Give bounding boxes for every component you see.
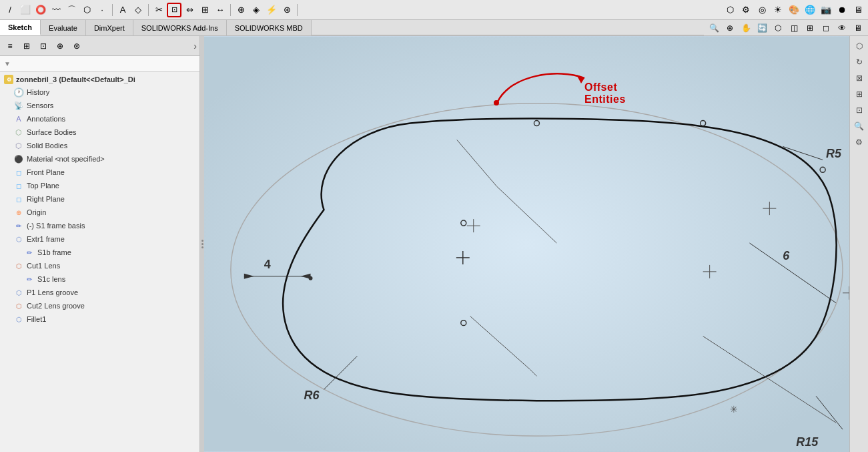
resize-dot bbox=[201, 240, 203, 242]
settings-icon-r[interactable]: ⚙ bbox=[852, 135, 867, 150]
tab-dimxpert[interactable]: DimXpert bbox=[86, 20, 133, 35]
view-3d-icon[interactable]: ⬡ bbox=[723, 3, 737, 17]
rotate-icon-tab[interactable]: 🔄 bbox=[755, 21, 769, 35]
config-manager-icon[interactable]: ⊡ bbox=[36, 39, 51, 53]
monitor-icon[interactable]: 🖥 bbox=[851, 3, 865, 17]
toolbar-sep-2 bbox=[148, 4, 149, 16]
display-sketch-icon[interactable]: ◈ bbox=[249, 3, 264, 17]
display-style-icon[interactable]: ◎ bbox=[755, 3, 769, 17]
tree-item-right-plane[interactable]: ◻ Right Plane bbox=[0, 192, 199, 206]
section-view-icon[interactable]: ◫ bbox=[787, 21, 801, 35]
tab-evaluate[interactable]: Evaluate bbox=[41, 20, 86, 35]
solid-bodies-icon: ⬡ bbox=[13, 140, 24, 151]
dim-expert-icon[interactable]: ⊕ bbox=[53, 39, 67, 53]
search-icon-tab[interactable]: 🔍 bbox=[707, 21, 721, 35]
display-manager-icon[interactable]: ⊛ bbox=[69, 39, 84, 53]
tree-root-item[interactable]: ⚙ zonnebril_3 (Default<<Default>_Di bbox=[0, 73, 199, 85]
property-manager-icon[interactable]: ⊞ bbox=[19, 39, 34, 53]
svg-point-37 bbox=[494, 100, 499, 105]
toolbar-group-text: A ◇ bbox=[115, 3, 145, 17]
point-tool-icon[interactable]: · bbox=[95, 3, 109, 17]
feature-tree: ⚙ zonnebril_3 (Default<<Default>_Di 🕐 Hi… bbox=[0, 72, 199, 452]
tree-item-surface-bodies[interactable]: ⬡ Surface Bodies bbox=[0, 126, 199, 139]
search-bar: ▼ bbox=[0, 56, 199, 72]
appearance-icon[interactable]: 🎨 bbox=[787, 3, 801, 17]
tree-item-solid-label: Solid Bodies bbox=[27, 142, 67, 150]
tree-item-annotations[interactable]: A Annotations bbox=[0, 112, 199, 126]
lighting-icon[interactable]: ☀ bbox=[771, 3, 785, 17]
tree-item-top-plane[interactable]: ◻ Top Plane bbox=[0, 179, 199, 192]
tree-item-s1b-frame[interactable]: ✏ S1b frame bbox=[0, 246, 199, 259]
camera-icon[interactable]: 📷 bbox=[819, 3, 833, 17]
tree-item-history-label: History bbox=[27, 88, 49, 96]
zoom-icon-tab[interactable]: ⊕ bbox=[723, 21, 737, 35]
toolbar-group-constraints: ⊕ ◈ ⚡ ⊛ bbox=[234, 3, 294, 17]
zoom-to-fit-icon[interactable]: ⊞ bbox=[852, 87, 867, 101]
tree-item-s1-frame-label: (-) S1 frame basis bbox=[27, 222, 85, 230]
toolbar-sep-1 bbox=[112, 4, 113, 16]
search-input[interactable] bbox=[13, 60, 195, 68]
tree-item-s1-frame[interactable]: ✏ (-) S1 frame basis bbox=[0, 219, 199, 232]
toolbar-sep-3 bbox=[230, 4, 231, 16]
fillet1-icon: ⬡ bbox=[13, 314, 24, 324]
offset-entities-icon highlighted-icon[interactable]: ⊡ bbox=[167, 3, 181, 17]
tree-item-material-label: Material <not specified> bbox=[27, 155, 105, 163]
origin-icon: ⊕ bbox=[13, 207, 24, 218]
mirror-icon[interactable]: ⇔ bbox=[182, 3, 197, 17]
line-tool-icon[interactable]: / bbox=[3, 3, 17, 17]
move-icon[interactable]: ↔ bbox=[213, 3, 228, 17]
magnify-icon[interactable]: 🔍 bbox=[852, 119, 867, 134]
linear-pattern-icon[interactable]: ⊞ bbox=[197, 3, 212, 17]
sketch-xpert-icon[interactable]: ⊛ bbox=[280, 3, 294, 17]
extr1-frame-icon: ⬡ bbox=[13, 234, 24, 244]
tab-sketch[interactable]: Sketch bbox=[0, 20, 41, 35]
canvas-area[interactable]: R5 R6 R15 4 6 bbox=[204, 36, 849, 452]
view-cube-icon[interactable]: ⬡ bbox=[852, 39, 867, 53]
right-plane-icon: ◻ bbox=[13, 194, 24, 204]
dim-tool-icon[interactable]: ◇ bbox=[131, 3, 145, 17]
feature-tree-icon[interactable]: ≡ bbox=[3, 39, 17, 53]
panel-expand-icon[interactable]: › bbox=[193, 41, 197, 51]
add-relation-icon[interactable]: ⊕ bbox=[234, 3, 248, 17]
hide-show-icon[interactable]: 👁 bbox=[835, 21, 849, 35]
tree-item-material[interactable]: ⚫ Material <not specified> bbox=[0, 152, 199, 166]
tree-item-sensors[interactable]: 📡 Sensors bbox=[0, 99, 199, 112]
tree-item-extr1-frame[interactable]: ⬡ Extr1 frame bbox=[0, 232, 199, 246]
tree-item-s1c-lens[interactable]: ✏ S1c lens bbox=[0, 272, 199, 286]
tree-item-origin[interactable]: ⊕ Origin bbox=[0, 206, 199, 219]
tab-mbd[interactable]: SOLIDWORKS MBD bbox=[227, 20, 312, 35]
rect-tool-icon[interactable]: ⬜ bbox=[18, 3, 33, 17]
annotation-arrow-svg bbox=[458, 61, 604, 115]
rapid-sketch-icon[interactable]: ⚡ bbox=[264, 3, 279, 17]
tree-item-solid-bodies[interactable]: ⬡ Solid Bodies bbox=[0, 139, 199, 152]
display-mode-icon[interactable]: ◻ bbox=[819, 21, 833, 35]
section-view-icon-r[interactable]: ⊡ bbox=[852, 103, 867, 118]
view-orient-icon[interactable]: ⬡ bbox=[771, 21, 785, 35]
arc-tool-icon[interactable]: ⌒ bbox=[64, 3, 79, 17]
scene-icon[interactable]: 🌐 bbox=[803, 3, 817, 17]
view-heads-up-icon[interactable]: ⊞ bbox=[803, 21, 817, 35]
tree-item-cut1-lens[interactable]: ⬡ Cut1 Lens bbox=[0, 259, 199, 272]
tree-item-history[interactable]: 🕐 History bbox=[0, 85, 199, 99]
tree-item-fillet1[interactable]: ⬡ Fillet1 bbox=[0, 312, 199, 326]
tree-item-p1-lens-groove[interactable]: ⬡ P1 Lens groove bbox=[0, 286, 199, 299]
toolbar-group-modify: ✂ ⊡ ⇔ ⊞ ↔ bbox=[151, 3, 228, 17]
tree-item-cut2-lens-groove[interactable]: ⬡ Cut2 Lens groove bbox=[0, 299, 199, 312]
tree-item-surface-label: Surface Bodies bbox=[27, 128, 77, 136]
sensors-icon: 📡 bbox=[13, 100, 24, 111]
spline-tool-icon[interactable]: 〰 bbox=[49, 3, 63, 17]
trim-icon[interactable]: ✂ bbox=[151, 3, 166, 17]
zoom-extents-icon[interactable]: ⊠ bbox=[852, 71, 867, 85]
view-settings-icon[interactable]: ⚙ bbox=[739, 3, 753, 17]
cut1-lens-icon: ⬡ bbox=[13, 260, 24, 271]
pan-icon-tab[interactable]: ✋ bbox=[739, 21, 753, 35]
record-icon[interactable]: ⏺ bbox=[835, 3, 849, 17]
circle-tool-icon[interactable]: ⭕ bbox=[33, 3, 48, 17]
polygon-tool-icon[interactable]: ⬡ bbox=[79, 3, 94, 17]
tree-item-p1-lens-groove-label: P1 Lens groove bbox=[27, 288, 78, 296]
rotate-view-icon[interactable]: ↻ bbox=[852, 55, 867, 69]
text-tool-icon[interactable]: A bbox=[115, 3, 130, 17]
monitor2-icon[interactable]: 🖥 bbox=[851, 21, 865, 35]
tree-item-front-plane[interactable]: ◻ Front Plane bbox=[0, 166, 199, 179]
tab-addins[interactable]: SOLIDWORKS Add-Ins bbox=[133, 20, 227, 35]
